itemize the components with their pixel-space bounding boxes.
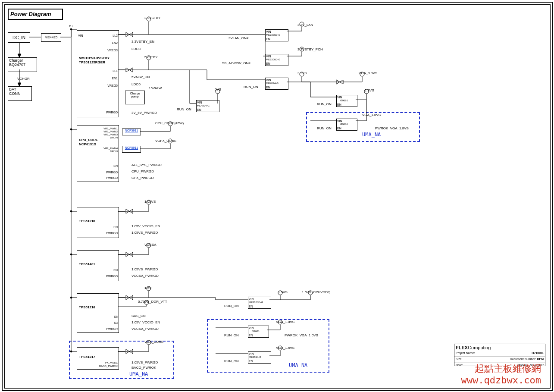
cpu-t2: NCP6131S [79, 143, 96, 147]
lbl-15valw: 15VALW [149, 86, 162, 90]
link-ncp5911-2: NCP5911 [125, 146, 138, 149]
chip-g: G9661 [252, 330, 260, 332]
chip-e: G9661 [340, 123, 348, 125]
proj: H710DI1 [532, 351, 544, 356]
pin-51461-pwrgd: PWRGD [106, 275, 118, 278]
lbl-075vs-ddr-vtt: 0.75VS_DDR_VTT [138, 300, 167, 304]
doc: HPM [537, 358, 544, 361]
block-ncp5911-2: NCP5911 [122, 146, 141, 153]
block-ncp5911-1: NCP5911 [122, 129, 141, 135]
pin-cpu-pwrgd: PWRGD [106, 171, 118, 174]
brand: FLEX [456, 345, 468, 350]
lbl-run-on-3: RUN_ON [317, 102, 332, 106]
pin-51218-pwrgd: PWRGD [106, 232, 118, 235]
tps51461-t: TPS51461 [79, 263, 95, 267]
pin-en2: EN2 [112, 41, 118, 45]
chip-me2306d-2: VIN ME2306D-G EN [265, 54, 288, 66]
tps51218-t: TPS51218 [79, 220, 95, 223]
uma-label-2: UMA_NA [289, 362, 307, 368]
lbl-33v-lan: 3.3V_LAN [297, 23, 313, 27]
pin-vr3: VR1_PWM3 [103, 133, 118, 136]
block-dc-in: DC_IN [8, 32, 30, 43]
lbl-run-on-1: RUN_ON [177, 107, 191, 111]
p-vin-a: VIN [266, 30, 271, 33]
chip-g9661-2: VIN G9661 EN [336, 119, 357, 131]
watermark-url: www.qdzbwx.com [461, 375, 541, 386]
p-vin-h: VIN [249, 352, 254, 355]
chip-me4894-1-lbl: ME4894-G [197, 104, 210, 107]
uma-box-1 [69, 341, 174, 379]
bat-line2: CONN [9, 91, 21, 96]
lbl-run-on-2: RUN_ON [244, 85, 258, 89]
lbl-vga33vs: VGA_3.3VS [359, 71, 377, 75]
block-5vstby: 5VSTBY/3.3VSTBY TPS51125RGER VIN LL2 EN2… [77, 30, 119, 117]
lbl-15vs: 1.5VS [278, 290, 288, 294]
p-vin-d: VIN [337, 96, 342, 99]
lbl-vgfx-core: VGFX_CORE [155, 139, 176, 143]
lbl-run-on-6: RUN_ON [224, 333, 239, 337]
lbl-vccsa: VCCSA [144, 243, 156, 247]
lbl-105vs-pwrgd3: 1.05VS_PWRGD [131, 361, 158, 364]
lbl-15vs-cpuvddq: 1.5VS_CPUVDDQ [302, 290, 330, 294]
lbl-vga10vs: VGA_1.0VS [276, 320, 294, 324]
block-tps51218: TPS51218 EN PWRGD [77, 207, 119, 238]
pin-vr2: VR1_PWM2 [103, 130, 118, 133]
pin-vreg5: VREG5 [107, 84, 118, 88]
lbl-vga15vs: VGA_1.5VS [276, 346, 294, 350]
chip-me4894-3: VIN ME4894-G EN [248, 351, 271, 364]
p-vin-f: VIN [249, 298, 254, 301]
lbl-18vs: 1.8VS [365, 88, 374, 92]
pin-dron2: DRON [110, 150, 118, 153]
lbl-33vstby-en: 3.3VSTBY_EN [131, 40, 154, 44]
pin-51216-s5: S5 [114, 315, 118, 319]
chip-me4894-2: VIN ME4894-G EN [265, 78, 288, 90]
p-en-b: EN [266, 62, 270, 65]
lbl-15v: 1.5V [144, 286, 151, 290]
lbl-33vstby: 3.3VSTBY [144, 16, 160, 20]
p-en-c: EN [266, 86, 270, 89]
chip-me4894-1: VIN ME4894-G EN [196, 100, 219, 112]
proj-lbl: Project Name: [456, 351, 475, 356]
p-en-e: EN [337, 127, 341, 130]
link-ncp5911-1: NCP5911 [125, 129, 138, 132]
pin-cpu-pwrgd2: PWRGD [106, 176, 118, 180]
p-vin-e: VIN [337, 119, 342, 122]
pin-cpu-en: EN [113, 164, 118, 168]
chip-g9661-3: VIN G9661 EN [248, 326, 269, 338]
lbl-vga-core: VGA_CORE [144, 340, 163, 344]
lbl-105vs-pwrgd2: 1.05VS_PWRGD [131, 267, 158, 271]
watermark-cn: 起點主板維修網 [461, 363, 541, 374]
pin-vin: VIN [78, 34, 83, 38]
lbl-ldo5: LDO5 [131, 82, 141, 86]
lbl-run-on-4: RUN_ON [317, 126, 332, 130]
chip-h: ME4894-G [249, 356, 261, 358]
p-vin-b: VIN [266, 55, 271, 58]
lbl-105vs: 1.05VS [144, 200, 156, 204]
watermark: 起點主板維修網 www.qdzbwx.com [461, 363, 541, 386]
lbl-baco-pwrok: BACO_PWROK [131, 366, 156, 370]
pin-vreg3: VREG3 [107, 49, 118, 52]
cpu-t1: CPU_CORE [79, 138, 98, 142]
stby-t2: TPS51125RGER [79, 61, 105, 65]
uma-label-3: UMA_NA [362, 132, 381, 138]
uma-label-1: UMA_NA [129, 371, 148, 377]
titleblock: FLEXComputing Project Name:H710DI1 Size:… [454, 344, 545, 366]
lbl-cpu-core-45w: CPU_CORE(45W) [155, 121, 184, 125]
lbl-3vlan-on: 3VLAN_ON# [228, 36, 248, 40]
pin-vin-1: VIN [197, 101, 202, 104]
block-tps51461: TPS51461 EN PWRGD [77, 250, 119, 281]
pin-en-1: EN [197, 108, 201, 111]
chip-me2306d-3: VIN ME2306D-G EN [248, 297, 271, 309]
charger-line2: BQ24707 [9, 63, 25, 67]
chip-b: ME2306D-G [266, 58, 280, 61]
block-me4425: ME4425 [41, 33, 61, 42]
block-charger: Charger BQ24707 [8, 57, 37, 72]
p-en-f: EN [249, 305, 253, 308]
lbl-3v5v-pwrgd: 3V_5V_PWRGD [131, 111, 157, 115]
p-vin-c: VIN [266, 78, 271, 82]
block-bat-conn: BAT CONN [8, 86, 32, 101]
pin-ll2: LL2 [113, 34, 118, 38]
bat-line1: BAT [9, 87, 16, 91]
pin-ll1: LL1 [113, 69, 118, 73]
size-lbl: Size: [456, 358, 463, 361]
